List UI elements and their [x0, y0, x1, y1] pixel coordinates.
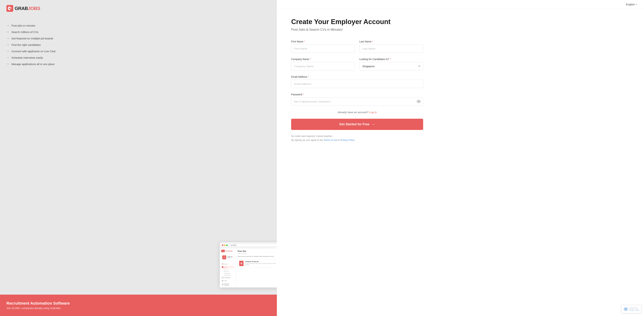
get-started-button[interactable]: Get Started for Free → — [291, 119, 423, 130]
browser-mockup: grabjob G GRABJOBS UNIQLO Uniqlo SG Pte … — [220, 242, 277, 288]
svg-rect-1 — [10, 8, 12, 8]
sidebar-nav-calendar-label: Interview Calendar — [224, 283, 234, 286]
first-name-label: First Name * — [291, 40, 355, 43]
company-logo-text: UNIQLO — [224, 257, 225, 258]
company-row: Company Name * Looking for Candidates in… — [291, 58, 423, 70]
fine-print: No credit card required. Cancel anytime.… — [291, 134, 423, 142]
email-required: * — [308, 75, 309, 78]
company-info-sub: Pte Ltd — [227, 257, 232, 259]
password-input[interactable] — [291, 97, 423, 106]
arrow-icon-6: → — [6, 56, 9, 59]
job-card-info: Grabjobs 30-day job Screen candidates as… — [245, 261, 277, 266]
logo-area: GRABJOBS — [0, 0, 277, 17]
red-banner: Recruitment Automation Software Join 20,… — [0, 295, 277, 316]
language-label: English — [626, 3, 635, 6]
language-selector[interactable]: English ▾ — [626, 3, 637, 6]
email-row: Email Address * — [291, 75, 423, 88]
fine-print-line-2: By signing up, you agree to the Terms of… — [291, 138, 423, 142]
page-title: Create Your Employer Account — [291, 18, 423, 26]
last-name-label: Last Name * — [359, 40, 423, 43]
subnav-promote-jobs: Promote Jobs — [224, 274, 234, 276]
job-card-desc: Screen candidates as they apply with int… — [245, 263, 277, 266]
sidebar-logo-box: G GRABJOBS — [221, 250, 234, 252]
browser-main-content: Post Job Jobs > Post Job Select how you … — [236, 248, 277, 288]
feature-item-5: → Connect with applicants on Live Chat — [6, 49, 270, 53]
fine-print-line-1: No credit card required. Cancel anytime. — [291, 134, 423, 138]
sidebar-nav-home-label: Home — [224, 264, 228, 265]
browser-job-card: Grabjobs 30-day job Screen candidates as… — [238, 259, 277, 268]
last-name-required: * — [372, 40, 373, 43]
svg-point-6 — [418, 101, 420, 102]
sidebar-nav-jobs: Jobs — [221, 266, 234, 269]
sidebar-nav-calendar: Interview Calendar — [221, 283, 234, 287]
sidebar-nav-analytics: Analytics — [221, 287, 234, 288]
company-name-group: Company Name * — [291, 58, 355, 70]
login-link[interactable]: Log In — [369, 111, 377, 114]
email-input[interactable] — [291, 80, 423, 88]
recaptcha-links: Privacy - Terms — [629, 309, 639, 311]
company-name-label: Company Name * — [291, 58, 355, 61]
sidebar-nav-chat-label: Chat — [224, 280, 227, 282]
password-wrapper — [291, 97, 423, 106]
arrow-icon-3: → — [6, 37, 9, 40]
sidebar-nav-chat: Chat — [221, 279, 234, 282]
company-card: UNIQLO Uniqlo SG Pte Ltd — [221, 254, 234, 260]
home-nav-icon — [222, 263, 223, 265]
browser-content: G GRABJOBS UNIQLO Uniqlo SG Pte Ltd Home — [220, 248, 277, 288]
feature-item-7: → Manage applications all in one place — [6, 62, 270, 66]
arrow-icon-4: → — [6, 43, 9, 46]
candidates-nav-icon — [222, 277, 223, 278]
toggle-password-button[interactable] — [417, 99, 421, 103]
arrow-icon-5: → — [6, 49, 9, 53]
terms-of-use-link[interactable]: Terms of Use — [324, 139, 338, 141]
sidebar-subnav: Post Job Active Jobs Archive Jobs Promot… — [221, 269, 234, 276]
browser-main-desc: Select how you would like to Grabjobs of… — [238, 256, 277, 257]
recaptcha-protected-text: reCAPTCHA — [629, 307, 639, 309]
feature-item-3: → Get featured on multiple job boards — [6, 37, 270, 40]
feature-item-6: → Schedule Interviews easily — [6, 56, 270, 59]
privacy-policy-link[interactable]: Privacy Policy — [340, 139, 355, 141]
password-label: Password * — [291, 93, 423, 96]
sidebar-nav-candidates-label: Candidates — [224, 277, 230, 278]
eye-icon — [417, 99, 421, 103]
browser-main-title: Post Job — [238, 250, 277, 252]
sidebar-logo-text: GRABJOBS — [226, 250, 232, 252]
subnav-archive-jobs: Archive Jobs — [224, 273, 234, 274]
calendar-nav-icon — [222, 284, 223, 285]
sidebar-logo-icon: G — [221, 250, 225, 252]
browser-sidebar: G GRABJOBS UNIQLO Uniqlo SG Pte Ltd Home — [220, 248, 236, 288]
document-icon — [240, 262, 242, 265]
browser-bar: grabjob — [220, 242, 277, 248]
job-card-icon — [239, 261, 244, 266]
email-group: Email Address * — [291, 75, 423, 88]
feature-item-1: → Post jobs in minutes — [6, 24, 270, 27]
password-row: Password * — [291, 93, 423, 106]
job-card-title: Grabjobs 30-day job — [245, 261, 277, 262]
feature-item-4: → Find the right candidates — [6, 43, 270, 46]
password-required: * — [303, 93, 304, 96]
dot-red — [222, 245, 223, 246]
looking-for-select[interactable]: Singapore Malaysia Indonesia Philippines — [359, 62, 423, 70]
first-name-input[interactable] — [291, 44, 355, 53]
browser-address: grabjob — [229, 244, 277, 247]
feature-item-2: → Search millions of CVs — [6, 30, 270, 33]
logo-text: GRABJOBS — [15, 6, 40, 11]
recaptcha-privacy-link[interactable]: Privacy — [629, 309, 634, 311]
svg-rect-0 — [6, 5, 13, 12]
company-name-input[interactable] — [291, 62, 355, 70]
form-container: Create Your Employer Account Post Jobs &… — [277, 9, 438, 153]
sidebar-nav-candidates: Candidates — [221, 276, 234, 279]
subnav-active-jobs: Active Jobs — [224, 271, 234, 273]
recaptcha-text: reCAPTCHA Privacy - Terms — [629, 307, 639, 311]
right-panel: English ▾ Create Your Employer Account P… — [277, 0, 644, 316]
left-panel: GRABJOBS → Post jobs in minutes → Search… — [0, 0, 277, 316]
arrow-icon-1: → — [6, 24, 9, 27]
last-name-input[interactable] — [359, 44, 423, 53]
banner-subtitle: Join 20,000+ companies already using Gra… — [6, 307, 270, 310]
last-name-group: Last Name * — [359, 40, 423, 53]
page-subtitle: Post Jobs & Search CVs in Minutes! — [291, 28, 423, 31]
grabjobs-logo-icon — [6, 5, 13, 12]
browser-breadcrumb: Jobs > Post Job — [238, 253, 277, 254]
banner-title: Recruitment Automation Software — [6, 301, 270, 306]
recaptcha-terms-link[interactable]: Terms — [635, 309, 639, 311]
